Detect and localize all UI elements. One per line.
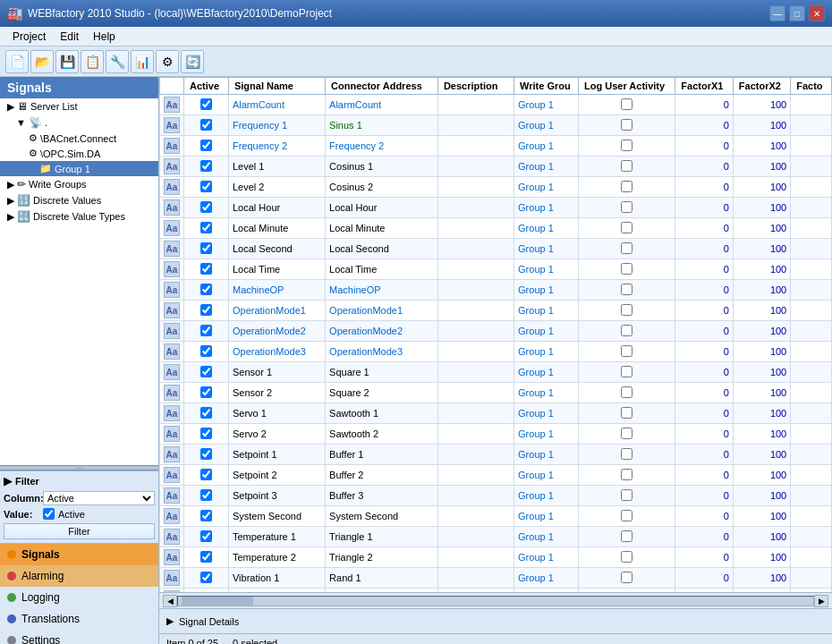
row-connector-address[interactable]: Sawtooth 2	[326, 424, 438, 445]
address-link[interactable]: Local Time	[329, 264, 377, 275]
table-row[interactable]: AaSetpoint 1Buffer 1Group 10100	[160, 445, 832, 465]
row-active-cell[interactable]	[184, 157, 229, 177]
scroll-right-button[interactable]: ▶	[814, 595, 828, 607]
tree-item-discrete-values[interactable]: ▶ 🔢 Discrete Values	[0, 192, 158, 208]
table-row[interactable]: AaTemperature 2Triangle 2Group 10100	[160, 547, 832, 568]
row-signal-name[interactable]: Temperature 2	[228, 547, 325, 568]
address-link[interactable]: Triangle 1	[329, 531, 373, 542]
row-log-activity[interactable]	[579, 506, 675, 527]
address-link[interactable]: AlarmCount	[329, 99, 381, 110]
tree-item-write-groups[interactable]: ▶ ✏ Write Groups	[0, 176, 158, 192]
table-row[interactable]: AaSetpoint 3Buffer 3Group 10100	[160, 486, 832, 506]
menu-project[interactable]: Project	[5, 29, 53, 45]
row-active-cell[interactable]	[184, 403, 229, 424]
table-row[interactable]: AaSetpoint 2Buffer 2Group 10100	[160, 465, 832, 486]
col-facto[interactable]: Facto	[791, 78, 832, 95]
row-connector-address[interactable]: Triangle 2	[326, 547, 438, 568]
row-connector-address[interactable]: MachineOP	[326, 280, 438, 301]
row-signal-name[interactable]: MachineOP	[228, 280, 325, 301]
signal-name-link[interactable]: Sensor 1	[233, 367, 272, 377]
row-signal-name[interactable]: Sensor 1	[228, 362, 325, 383]
log-checkbox[interactable]	[621, 304, 632, 316]
row-log-activity[interactable]	[579, 445, 675, 465]
table-row[interactable]: AaSensor 1Square 1Group 10100	[160, 362, 832, 383]
row-log-activity[interactable]	[579, 136, 675, 157]
nav-logging[interactable]: Logging	[0, 587, 158, 608]
signal-name-link[interactable]: Temperature 2	[233, 552, 296, 563]
table-row[interactable]: AaLocal HourLocal HourGroup 10100	[160, 198, 832, 218]
active-checkbox[interactable]	[200, 489, 212, 501]
row-log-activity[interactable]	[579, 198, 675, 218]
row-active-cell[interactable]	[184, 218, 229, 239]
col-connector-address[interactable]: Connector Address	[326, 78, 438, 95]
address-link[interactable]: Local Second	[329, 243, 389, 254]
row-signal-name[interactable]: Local Time	[228, 259, 325, 280]
row-log-activity[interactable]	[579, 527, 675, 547]
row-connector-address[interactable]: Square 2	[326, 383, 438, 403]
row-log-activity[interactable]	[579, 218, 675, 239]
row-active-cell[interactable]	[184, 115, 229, 136]
row-signal-name[interactable]: OperationMode3	[228, 342, 325, 362]
address-link[interactable]: Square 1	[329, 367, 369, 377]
row-connector-address[interactable]: Local Second	[326, 239, 438, 259]
row-signal-name[interactable]: Local Second	[228, 239, 325, 259]
open-button[interactable]: 📂	[30, 50, 54, 73]
row-log-activity[interactable]	[579, 301, 675, 321]
row-log-activity[interactable]	[579, 547, 675, 568]
signal-name-link[interactable]: OperationMode1	[233, 305, 306, 316]
active-checkbox[interactable]	[200, 325, 212, 336]
signal-name-link[interactable]: OperationMode2	[233, 326, 306, 336]
horizontal-scrollbar[interactable]: ◀ ▶	[159, 592, 832, 608]
row-active-cell[interactable]	[184, 424, 229, 445]
nav-alarming[interactable]: Alarming	[0, 565, 158, 587]
address-link[interactable]: MachineOP	[329, 284, 380, 295]
active-checkbox[interactable]	[200, 407, 212, 419]
row-connector-address[interactable]: Triangle 1	[326, 527, 438, 547]
log-checkbox[interactable]	[621, 572, 632, 583]
col-write-group[interactable]: Write Grou	[514, 78, 579, 95]
row-active-cell[interactable]	[184, 280, 229, 301]
col-factorx2[interactable]: FactorX2	[733, 78, 790, 95]
table-row[interactable]: AaOperationMode3OperationMode3Group 1010…	[160, 342, 832, 362]
row-active-cell[interactable]	[184, 383, 229, 403]
row-log-activity[interactable]	[579, 95, 675, 115]
address-link[interactable]: Sawtooth 1	[329, 408, 378, 419]
signal-name-link[interactable]: Servo 1	[233, 408, 267, 419]
row-connector-address[interactable]: OperationMode3	[326, 342, 438, 362]
log-checkbox[interactable]	[621, 140, 632, 151]
active-checkbox[interactable]	[200, 530, 212, 542]
row-active-cell[interactable]	[184, 321, 229, 342]
menu-edit[interactable]: Edit	[53, 29, 86, 45]
row-log-activity[interactable]	[579, 157, 675, 177]
log-checkbox[interactable]	[621, 551, 632, 563]
address-link[interactable]: Local Minute	[329, 223, 385, 233]
row-signal-name[interactable]: Setpoint 3	[228, 486, 325, 506]
col-factorx1[interactable]: FactorX1	[675, 78, 733, 95]
active-checkbox[interactable]	[200, 572, 212, 583]
active-checkbox[interactable]	[200, 181, 212, 192]
log-checkbox[interactable]	[621, 510, 632, 521]
active-checkbox[interactable]	[200, 222, 212, 233]
row-connector-address[interactable]: Local Minute	[326, 218, 438, 239]
row-signal-name[interactable]: Temperature 1	[228, 527, 325, 547]
nav-translations[interactable]: Translations	[0, 608, 158, 630]
log-checkbox[interactable]	[621, 345, 632, 357]
signal-name-link[interactable]: Level 2	[233, 182, 264, 192]
row-signal-name[interactable]: Setpoint 2	[228, 465, 325, 486]
active-checkbox[interactable]	[200, 160, 212, 172]
address-link[interactable]: Triangle 2	[329, 552, 373, 563]
active-checkbox[interactable]	[200, 263, 212, 275]
tree-item-opc[interactable]: ⚙ \OPC.Sim.DA	[0, 146, 158, 161]
value-checkbox[interactable]	[43, 508, 55, 520]
signal-name-link[interactable]: Local Hour	[233, 202, 280, 213]
filter-button[interactable]: Filter	[4, 523, 155, 539]
address-link[interactable]: System Second	[329, 511, 398, 521]
active-checkbox[interactable]	[200, 98, 212, 110]
active-checkbox[interactable]	[200, 428, 212, 439]
table-row[interactable]: AaLevel 1Cosinus 1Group 10100	[160, 157, 832, 177]
active-checkbox[interactable]	[200, 284, 212, 295]
log-checkbox[interactable]	[621, 242, 632, 254]
row-log-activity[interactable]	[579, 383, 675, 403]
table-row[interactable]: AaLocal MinuteLocal MinuteGroup 10100	[160, 218, 832, 239]
row-signal-name[interactable]: Level 2	[228, 177, 325, 198]
